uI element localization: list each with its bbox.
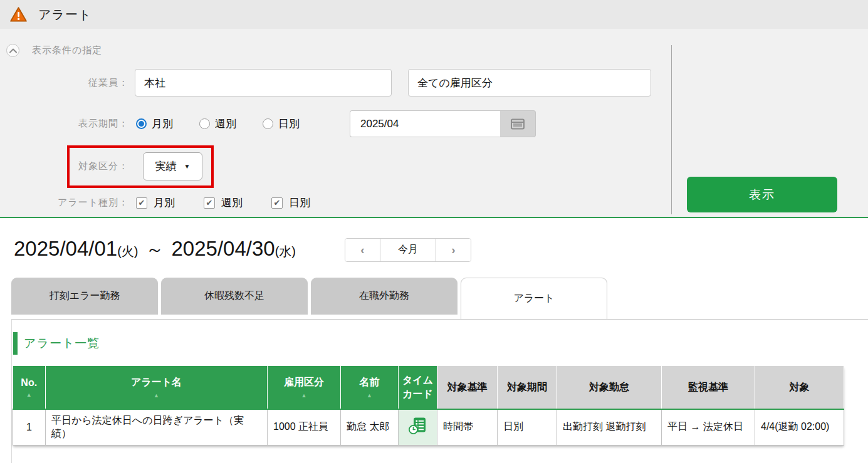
period-date-input[interactable]	[350, 110, 500, 137]
tab-leave-shortage[interactable]: 休暇残数不足	[161, 278, 308, 315]
sort-icon: ▲	[14, 392, 44, 398]
month-nav: ‹ 今月 ›	[345, 238, 471, 262]
list-title-accent-bar	[13, 332, 18, 355]
cell-timecard	[399, 409, 437, 445]
calendar-button[interactable]	[500, 110, 536, 137]
header-target: 対象	[755, 366, 844, 409]
table-header-row: No. ▲ アラート名 ▲ 雇用区分 ▲ 名前 ▲	[13, 366, 844, 409]
list-title-text: アラート一覧	[24, 335, 100, 352]
collapse-toggle-button[interactable]	[6, 44, 19, 57]
radio-circle-icon	[263, 118, 273, 129]
page-title: アラート	[38, 6, 92, 23]
date-range-heading: 2025/04/01 (火) ～ 2025/04/30 (水)	[14, 237, 296, 263]
tab-outside-employment[interactable]: 在職外勤務	[311, 278, 458, 315]
sort-icon: ▲	[269, 392, 339, 399]
header-monitor-basis: 監視基準	[662, 366, 755, 409]
tab-punch-error[interactable]: 打刻エラー勤務	[11, 278, 158, 315]
results-section: 2025/04/01 (火) ～ 2025/04/30 (水) ‹ 今月 › 打…	[0, 218, 868, 463]
alert-panel: アラート一覧 No. ▲ アラート名 ▲ 雇用区分	[11, 319, 868, 463]
filter-section: 表示条件の指定 従業員： 表示期間： 月別 週別 日別	[0, 29, 868, 218]
next-month-button[interactable]: ›	[436, 239, 471, 261]
target-label: 対象区分：	[0, 160, 128, 172]
period-row: 表示期間： 月別 週別 日別	[0, 110, 868, 137]
table-row: 1 平日から法定休日への日跨ぎアラート（実績） 1000 正社員 勤怠 太郎	[13, 409, 844, 445]
range-separator: ～	[146, 238, 164, 263]
warning-icon	[10, 7, 27, 23]
section-title: 表示条件の指定	[32, 44, 102, 56]
target-dropdown[interactable]: 実績 ▼	[143, 152, 202, 180]
cell-employment-type: 1000 正社員	[268, 409, 341, 445]
range-end-date: 2025/04/30	[172, 237, 275, 261]
period-label: 表示期間：	[0, 118, 128, 130]
sort-icon: ▲	[47, 392, 266, 399]
cell-target-attendance: 出勤打刻 退勤打刻	[557, 409, 662, 445]
cell-alert-name: 平日から法定休日への日跨ぎアラート（実績）	[46, 409, 268, 445]
checkbox-check-icon: ✔	[136, 197, 147, 209]
sort-icon: ▲	[342, 392, 397, 399]
radio-circle-icon	[199, 118, 210, 129]
radio-circle-icon	[136, 118, 147, 129]
prev-month-button[interactable]: ‹	[345, 239, 380, 261]
chevron-up-icon	[9, 48, 17, 53]
employment-type-input[interactable]	[408, 69, 651, 97]
current-month-button[interactable]: 今月	[380, 239, 436, 261]
employee-label: 従業員：	[0, 77, 128, 89]
employee-row: 従業員：	[0, 69, 868, 97]
filter-section-head: 表示条件の指定	[0, 29, 868, 57]
header-timecard: タイムカード	[399, 366, 437, 409]
radio-monthly-label: 月別	[152, 117, 173, 131]
radio-weekly-label: 週別	[215, 117, 236, 131]
list-title: アラート一覧	[13, 332, 868, 355]
alert-kind-check-group: ✔ 月別 ✔ 週別 ✔ 日別	[136, 196, 339, 210]
radio-weekly[interactable]: 週別	[199, 117, 236, 131]
tab-alert[interactable]: アラート	[461, 278, 607, 319]
vertical-divider	[671, 45, 672, 214]
timecard-icon	[408, 417, 427, 435]
calendar-icon	[511, 118, 525, 130]
range-start-date: 2025/04/01	[14, 237, 117, 261]
alert-table: No. ▲ アラート名 ▲ 雇用区分 ▲ 名前 ▲	[13, 366, 844, 446]
radio-daily-label: 日別	[278, 117, 300, 131]
checkbox-daily-label: 日別	[289, 196, 310, 210]
period-radio-group: 月別 週別 日別	[136, 117, 326, 131]
employee-input[interactable]	[135, 69, 392, 97]
header-target-period: 対象期間	[498, 366, 557, 409]
target-dropdown-value: 実績	[155, 159, 177, 174]
cell-monitor-basis: 平日 → 法定休日	[662, 409, 755, 445]
checkbox-check-icon: ✔	[204, 197, 215, 209]
cell-target-period: 日別	[498, 409, 557, 445]
range-start-dow: (火)	[117, 243, 138, 260]
result-tabs: 打刻エラー勤務 休暇残数不足 在職外勤務 アラート	[11, 278, 868, 319]
checkbox-weekly-label: 週別	[221, 196, 243, 210]
checkbox-monthly-label: 月別	[154, 196, 175, 210]
header-target-attendance: 対象勤怠	[557, 366, 662, 409]
range-end-dow: (水)	[275, 243, 296, 260]
alert-kind-label: アラート種別：	[0, 197, 128, 209]
header-name[interactable]: 名前 ▲	[341, 366, 399, 409]
header-target-basis: 対象基準	[437, 366, 498, 409]
dropdown-arrow-icon: ▼	[184, 163, 191, 170]
header-alert-name[interactable]: アラート名 ▲	[46, 366, 268, 409]
checkbox-daily[interactable]: ✔ 日別	[271, 196, 310, 210]
checkbox-check-icon: ✔	[271, 197, 283, 209]
checkbox-monthly[interactable]: ✔ 月別	[136, 196, 175, 210]
cell-target-basis: 時間帯	[437, 409, 498, 445]
cell-no: 1	[13, 409, 46, 445]
cell-target: 4/4(退勤 02:00)	[755, 409, 844, 445]
radio-monthly[interactable]: 月別	[136, 117, 173, 131]
date-range-row: 2025/04/01 (火) ～ 2025/04/30 (水) ‹ 今月 ›	[0, 218, 868, 263]
timecard-button[interactable]	[408, 417, 427, 435]
header-employment-type[interactable]: 雇用区分 ▲	[268, 366, 341, 409]
show-button[interactable]: 表示	[687, 177, 837, 212]
header-no[interactable]: No. ▲	[13, 366, 46, 409]
period-date-wrap	[350, 110, 536, 137]
titlebar: アラート	[0, 0, 868, 29]
radio-daily[interactable]: 日別	[263, 117, 300, 131]
checkbox-weekly[interactable]: ✔ 週別	[204, 196, 243, 210]
cell-name: 勤怠 太郎	[341, 409, 399, 445]
